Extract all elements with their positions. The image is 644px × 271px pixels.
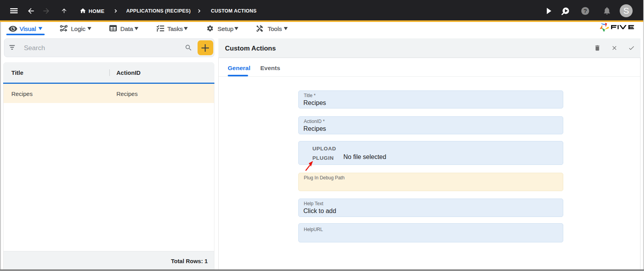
svg-text:?: ?: [583, 7, 587, 14]
